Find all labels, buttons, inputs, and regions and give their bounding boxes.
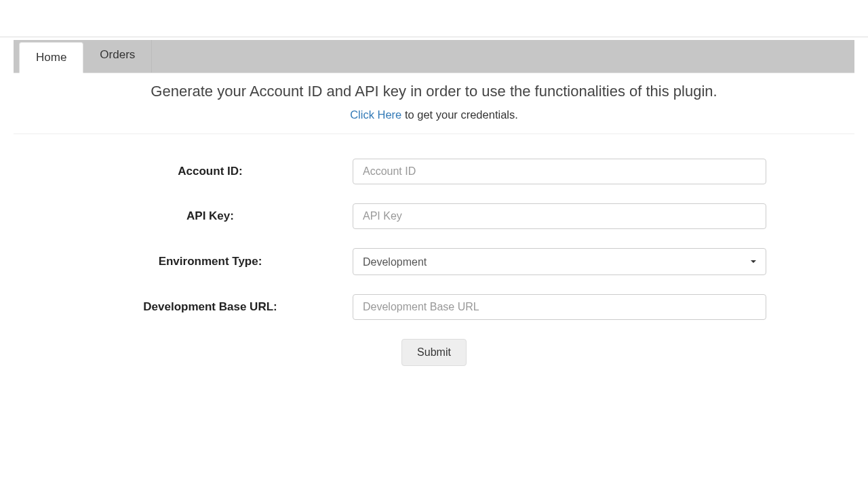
tab-orders[interactable]: Orders <box>83 40 152 73</box>
top-spacer <box>0 0 868 37</box>
row-account-id: Account ID: <box>81 159 787 184</box>
credentials-link[interactable]: Click Here <box>350 108 401 121</box>
account-id-input[interactable] <box>353 159 766 184</box>
settings-form: Account ID: API Key: Environment Type: D… <box>81 134 787 366</box>
environment-type-select[interactable]: Development <box>353 248 766 275</box>
label-account-id: Account ID: <box>81 165 353 178</box>
row-environment-type: Environment Type: Development <box>81 248 787 275</box>
tab-home[interactable]: Home <box>19 42 83 73</box>
main-container: Home Orders Generate your Account ID and… <box>0 40 868 366</box>
submit-row: Submit <box>81 339 787 366</box>
label-environment-type: Environment Type: <box>81 255 353 268</box>
tab-bar: Home Orders <box>14 40 854 73</box>
page-title: Generate your Account ID and API key in … <box>14 83 854 100</box>
row-dev-base-url: Development Base URL: <box>81 294 787 320</box>
header-section: Generate your Account ID and API key in … <box>14 73 854 134</box>
label-api-key: API Key: <box>81 209 353 223</box>
label-dev-base-url: Development Base URL: <box>81 300 353 314</box>
dev-base-url-input[interactable] <box>353 294 766 320</box>
api-key-input[interactable] <box>353 203 766 229</box>
submit-button[interactable]: Submit <box>401 339 467 366</box>
credentials-hint-suffix: to get your credentials. <box>401 108 518 121</box>
credentials-hint: Click Here to get your credentials. <box>14 108 854 121</box>
row-api-key: API Key: <box>81 203 787 229</box>
